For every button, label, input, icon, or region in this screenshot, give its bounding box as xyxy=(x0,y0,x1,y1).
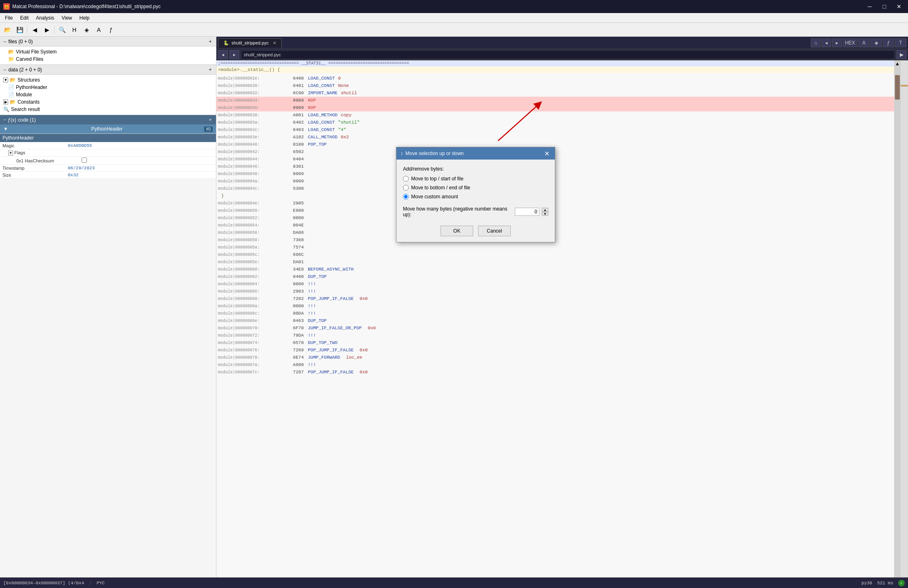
code-line[interactable]: module|000000068: 7202 POP_JUMP_IF_FALSE… xyxy=(216,295,894,302)
code-line[interactable]: module|000000046: 8301 xyxy=(216,163,894,170)
toolbar-forward[interactable]: ▶ xyxy=(41,24,53,35)
code-line[interactable]: module|000000062: 0400 DUP_TOP xyxy=(216,273,894,280)
tree-item-pythonheader[interactable]: 📄 PythonHeader xyxy=(0,84,216,91)
haschecksum-checkbox[interactable] xyxy=(82,158,87,163)
menu-help[interactable]: Help xyxy=(76,14,93,22)
nav-home[interactable]: ⌂ xyxy=(811,38,821,47)
data-collapse[interactable]: ─ xyxy=(3,67,7,73)
code-line[interactable]: module|000000074: 0570 DUP_TOP_TWO xyxy=(216,339,894,346)
code-line[interactable]: module|000000060: 34E9 BEFORE_ASYNC_WITH xyxy=(216,266,894,273)
view-str[interactable]: A xyxy=(858,38,870,47)
code-line[interactable]: module|00000004c: 5300 xyxy=(216,185,894,192)
code-line[interactable]: module|00000005e: DA01 xyxy=(216,258,894,266)
dialog-cancel-button[interactable]: Cancel xyxy=(478,226,511,236)
scroll-up-btn[interactable]: ▲ xyxy=(895,60,900,67)
dialog-close-button[interactable]: ✕ xyxy=(543,149,551,158)
code-line-nop1[interactable]: module|000000034: 0909 NOP xyxy=(216,97,894,104)
addr-nav-back[interactable]: ◂ xyxy=(218,50,228,59)
code-line[interactable]: module|00000006e: 0463 DUP_TOP xyxy=(216,317,894,324)
radio-top[interactable] xyxy=(403,176,409,182)
code-line[interactable]: module|000000056: DA06 xyxy=(216,229,894,236)
addr-go[interactable]: ▶ xyxy=(897,50,906,59)
code-line[interactable]: module|000000058: 7368 xyxy=(216,236,894,244)
structures-collapse[interactable]: ▼ xyxy=(3,78,8,82)
tree-item-structures[interactable]: ▼ 📂 Structures xyxy=(0,76,216,84)
dialog-ok-button[interactable]: OK xyxy=(441,226,473,236)
code-line[interactable]: module|00000006a: 0000 !!! xyxy=(216,302,894,310)
minimize-button[interactable]: ─ xyxy=(864,2,875,11)
code-content[interactable]: ;================================ __STAT… xyxy=(216,60,894,577)
tab-close-icon[interactable]: ✕ xyxy=(273,40,276,46)
addr-input[interactable] xyxy=(241,50,895,59)
view-func[interactable]: ƒ xyxy=(883,38,894,47)
code-line[interactable]: module|000000042: 6502 xyxy=(216,148,894,155)
code-line[interactable]: module|000000038: A001 LOAD_METHODcopy xyxy=(216,111,894,119)
move-amount-input[interactable] xyxy=(515,208,539,216)
close-button[interactable]: ✕ xyxy=(893,2,905,11)
code-line[interactable]: module|000000076: 7269 POP_JUMP_IF_FALSE… xyxy=(216,346,894,354)
code-line[interactable]: module|00000004e: 2905 xyxy=(216,200,894,207)
files-collapse[interactable]: ─ xyxy=(3,39,7,44)
spinner-up[interactable]: ▲ xyxy=(542,208,548,212)
code-line[interactable]: module|00000004a: 0909 xyxy=(216,178,894,185)
toolbar-save[interactable]: 💾 xyxy=(14,24,25,35)
menu-view[interactable]: View xyxy=(58,14,76,22)
code-collapse[interactable]: ─ xyxy=(3,118,6,122)
tree-item-vfs[interactable]: 📂 Virtual File System xyxy=(0,48,216,55)
code-line[interactable]: module|00000006c: 00DA !!! xyxy=(216,310,894,317)
tree-item-carved[interactable]: 📁 Carved Files xyxy=(0,55,216,63)
toolbar-back[interactable]: ◀ xyxy=(29,24,40,35)
vert-scrollbar[interactable]: ▲ xyxy=(894,60,901,577)
code-line[interactable]: module|000000070: 6F70 JUMP_IF_FALSE_OR_… xyxy=(216,324,894,332)
toolbar-strings[interactable]: A xyxy=(93,24,105,35)
code-line[interactable]: module|00000003e: A102 CALL_METHOD0x2 xyxy=(216,133,894,141)
tree-item-constants[interactable]: ▶ 📂 Constants xyxy=(0,98,216,106)
code-line[interactable]: module|000000050: E900 xyxy=(216,207,894,214)
code-line[interactable]: module|000000030: 6401 LOAD_CONSTNone xyxy=(216,82,894,89)
code-line-nop2[interactable]: module|000000036: 0909 NOP xyxy=(216,104,894,111)
code-line[interactable]: module|000000064: 0000 !!! xyxy=(216,280,894,288)
nav-back[interactable]: ◂ xyxy=(821,38,831,47)
menu-analysis[interactable]: Analysis xyxy=(33,14,58,22)
menu-edit[interactable]: Edit xyxy=(17,14,32,22)
code-line[interactable]: module|000000072: 79DA !!! xyxy=(216,332,894,339)
toolbar-open[interactable]: 📂 xyxy=(2,24,13,35)
tree-item-module[interactable]: 📄 Module xyxy=(0,91,216,98)
constants-collapse[interactable]: ▶ xyxy=(3,100,8,104)
code-line[interactable]: module|000000054: 004E xyxy=(216,222,894,229)
scrollbar-thumb[interactable] xyxy=(895,75,900,100)
code-line[interactable]: module|00000003c: 6403 LOAD_CONST"4" xyxy=(216,126,894,133)
code-line[interactable]: module|000000078: 6E74 JUMP_FORWARD loc_… xyxy=(216,354,894,361)
code-line[interactable]: module|00000007c: 7207 POP_JUMP_IF_FALSE… xyxy=(216,368,894,376)
flags-collapse[interactable]: ▼ xyxy=(8,151,13,155)
view-tree[interactable]: T xyxy=(895,38,906,47)
code-line[interactable]: module|00000002e: 6400 LOAD_CONST0 xyxy=(216,75,894,82)
radio-custom[interactable] xyxy=(403,194,409,200)
code-line[interactable]: module|000000066: 2903 !!! xyxy=(216,288,894,295)
data-add-icon[interactable]: ＋ xyxy=(208,66,213,73)
code-line[interactable]: module|000000044: 6404 xyxy=(216,155,894,163)
prop-haschecksum-cb[interactable] xyxy=(65,157,216,165)
view-hex[interactable]: HEX xyxy=(843,38,857,47)
code-line[interactable]: module|000000032: 6C00 IMPORT_NAMEshutil xyxy=(216,89,894,97)
tree-item-searchresult[interactable]: 🔍 Search result xyxy=(0,106,216,113)
tab-shutil[interactable]: 🐍 shutil_stripped.pyc ✕ xyxy=(218,38,282,47)
code-line[interactable]: module|000000048: 0909 xyxy=(216,170,894,178)
code-add-icon[interactable]: ＋ xyxy=(208,116,213,123)
view-code[interactable]: ◈ xyxy=(870,38,882,47)
toolbar-search[interactable]: 🔍 xyxy=(56,24,68,35)
python-header-item[interactable]: ▼ PythonHeader #0 xyxy=(0,124,216,133)
code-line[interactable]: module|00000005a: 7574 xyxy=(216,244,894,251)
files-add-icon[interactable]: ＋ xyxy=(208,38,213,45)
spinner-down[interactable]: ▼ xyxy=(542,212,548,216)
menu-file[interactable]: File xyxy=(2,14,16,22)
toolbar-functions[interactable]: ƒ xyxy=(105,24,117,35)
code-line[interactable]: module|00000007a: A900 !!! xyxy=(216,361,894,368)
addr-nav-fwd[interactable]: ▸ xyxy=(229,50,239,59)
code-line[interactable]: module|00000005c: 696C xyxy=(216,251,894,258)
toolbar-hex[interactable]: H xyxy=(69,24,80,35)
code-line[interactable]: module|000000052: 0000 xyxy=(216,214,894,222)
nav-forward[interactable]: ▸ xyxy=(832,38,842,47)
maximize-button[interactable]: □ xyxy=(879,2,890,11)
code-line[interactable]: module|000000040: 0100 POP_TOP xyxy=(216,141,894,148)
